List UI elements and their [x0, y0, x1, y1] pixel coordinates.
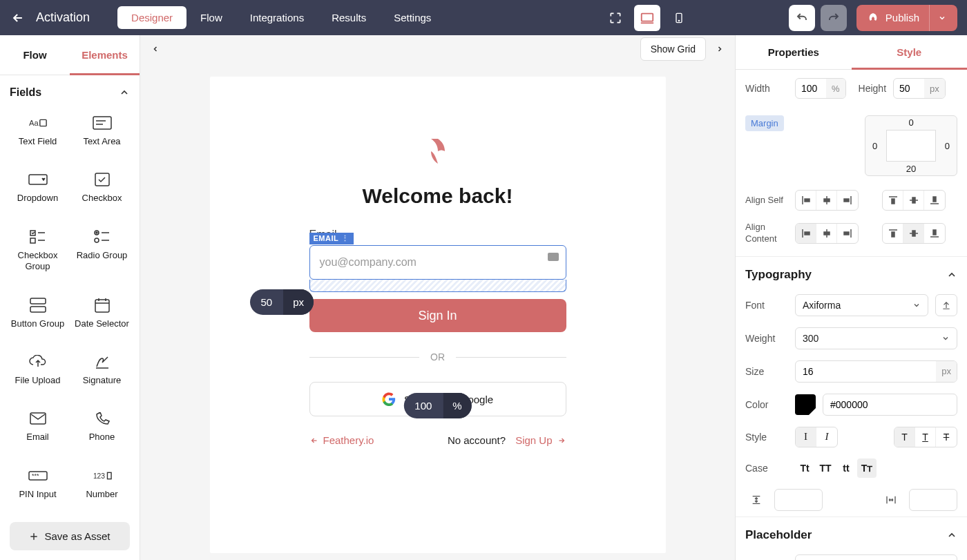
- field-button-group[interactable]: Button Group: [6, 288, 70, 345]
- svg-rect-13: [30, 298, 46, 304]
- redo-button[interactable]: [821, 5, 847, 31]
- align-content-h-group: [795, 223, 859, 244]
- arrow-right-icon: [557, 436, 566, 445]
- line-height-input[interactable]: px: [774, 489, 823, 511]
- design-canvas[interactable]: Welcome back! 100% Email EMAIL⋮ you@comp…: [210, 77, 666, 553]
- align-bottom-button[interactable]: [924, 191, 945, 210]
- field-text-field[interactable]: Aa Text Field: [6, 106, 70, 162]
- feathery-link[interactable]: Feathery.io: [309, 434, 374, 446]
- svg-rect-15: [95, 300, 109, 312]
- height-input[interactable]: px: [893, 78, 946, 99]
- field-date-selector[interactable]: Date Selector: [70, 288, 134, 345]
- collapse-placeholder-icon[interactable]: [946, 530, 957, 541]
- align-v-center-button[interactable]: [903, 191, 924, 210]
- font-select[interactable]: Axiforma: [795, 294, 928, 316]
- selection-badge[interactable]: EMAIL⋮: [309, 233, 354, 244]
- viewport-mobile-button[interactable]: [666, 5, 692, 31]
- align-top-button[interactable]: [883, 191, 903, 210]
- tab-flow[interactable]: Flow: [186, 6, 236, 29]
- viewport-fullscreen-button[interactable]: [602, 5, 629, 31]
- next-step-button[interactable]: [711, 41, 728, 57]
- save-as-asset-button[interactable]: Save as Asset: [10, 522, 130, 550]
- size-input[interactable]: px: [795, 360, 957, 383]
- svg-point-2: [678, 20, 679, 21]
- collapse-typography-icon[interactable]: [946, 269, 957, 280]
- case-none-button[interactable]: Tᴛ: [857, 458, 877, 478]
- align-right-button[interactable]: [837, 191, 858, 210]
- align-self-h-group: [795, 190, 859, 211]
- show-grid-button[interactable]: Show Grid: [640, 37, 706, 61]
- decoration-strike-button[interactable]: T: [936, 427, 957, 447]
- prev-step-button[interactable]: [147, 41, 164, 57]
- sidebar-tab-flow[interactable]: Flow: [0, 35, 70, 75]
- field-text-area[interactable]: Text Area: [70, 106, 134, 162]
- svg-rect-9: [30, 238, 35, 243]
- decoration-none-button[interactable]: T: [894, 427, 915, 447]
- svg-rect-0: [642, 13, 653, 21]
- tab-results[interactable]: Results: [318, 6, 380, 29]
- publish-dropdown-toggle[interactable]: [929, 5, 946, 31]
- style-label: Style: [745, 432, 788, 443]
- content-right-button[interactable]: [837, 224, 858, 243]
- publish-label: Publish: [885, 12, 919, 23]
- align-self-v-group: [882, 190, 946, 211]
- content-h-center-button[interactable]: [816, 224, 837, 243]
- tab-designer[interactable]: Designer: [117, 6, 186, 29]
- signup-link[interactable]: Sign Up: [515, 434, 566, 446]
- input-options-icon[interactable]: [548, 253, 559, 261]
- field-radio-group[interactable]: Radio Group: [70, 220, 134, 288]
- content-bottom-button[interactable]: [924, 224, 945, 243]
- upload-font-button[interactable]: [935, 294, 957, 316]
- letter-spacing-input[interactable]: px: [909, 489, 957, 511]
- weight-select[interactable]: 300: [795, 327, 957, 349]
- viewport-desktop-button[interactable]: [634, 5, 660, 31]
- email-input[interactable]: you@company.com: [309, 245, 566, 280]
- dropdown-icon: [28, 172, 48, 187]
- rocket-icon: [868, 12, 879, 23]
- margin-label[interactable]: Margin: [745, 115, 784, 131]
- field-email[interactable]: Email: [6, 401, 70, 458]
- color-swatch[interactable]: [795, 394, 816, 415]
- decoration-underline-button[interactable]: T: [915, 427, 936, 447]
- field-phone[interactable]: Phone: [70, 401, 134, 458]
- align-h-center-button[interactable]: [816, 191, 837, 210]
- collapse-fields-icon[interactable]: [119, 87, 130, 98]
- signature-icon: [93, 354, 112, 369]
- placeholder-text-input[interactable]: [795, 554, 957, 560]
- field-signature[interactable]: Signature: [70, 345, 134, 401]
- content-left-button[interactable]: [796, 224, 816, 243]
- field-checkbox-group[interactable]: Checkbox Group: [6, 220, 70, 288]
- field-number[interactable]: 123 Number: [70, 458, 134, 515]
- width-input[interactable]: %: [795, 78, 846, 99]
- panel-tab-properties[interactable]: Properties: [736, 35, 852, 69]
- tab-settings[interactable]: Settings: [380, 6, 445, 29]
- logo-icon: [428, 139, 448, 164]
- plus-icon: [29, 532, 39, 541]
- tab-integrations[interactable]: Integrations: [236, 6, 318, 29]
- upload-icon: [28, 354, 48, 369]
- align-left-button[interactable]: [796, 191, 816, 210]
- align-content-v-group: [882, 223, 946, 244]
- field-checkbox[interactable]: Checkbox: [70, 162, 134, 219]
- sidebar-tab-elements[interactable]: Elements: [70, 35, 140, 75]
- svg-point-11: [96, 232, 97, 233]
- case-capitalize-button[interactable]: Tt: [795, 458, 814, 478]
- style-normal-button[interactable]: I: [796, 427, 816, 447]
- field-pin-input[interactable]: *** PIN Input: [6, 458, 70, 515]
- color-input[interactable]: [823, 394, 957, 416]
- field-file-upload[interactable]: File Upload: [6, 345, 70, 401]
- content-top-button[interactable]: [883, 224, 903, 243]
- case-uppercase-button[interactable]: TT: [816, 458, 835, 478]
- style-italic-button[interactable]: I: [816, 427, 837, 447]
- sign-in-button[interactable]: Sign In: [309, 299, 566, 332]
- field-dropdown[interactable]: Dropdown: [6, 162, 70, 219]
- back-button[interactable]: [10, 10, 26, 26]
- publish-button[interactable]: Publish: [856, 5, 957, 31]
- case-lowercase-button[interactable]: tt: [836, 458, 856, 478]
- content-v-center-button[interactable]: [903, 224, 924, 243]
- radio-group-icon: [93, 229, 112, 244]
- panel-tab-style[interactable]: Style: [852, 35, 968, 69]
- page-title: Activation: [36, 10, 90, 25]
- margin-box-control[interactable]: 0 0 20 0: [865, 115, 957, 176]
- undo-button[interactable]: [789, 5, 815, 31]
